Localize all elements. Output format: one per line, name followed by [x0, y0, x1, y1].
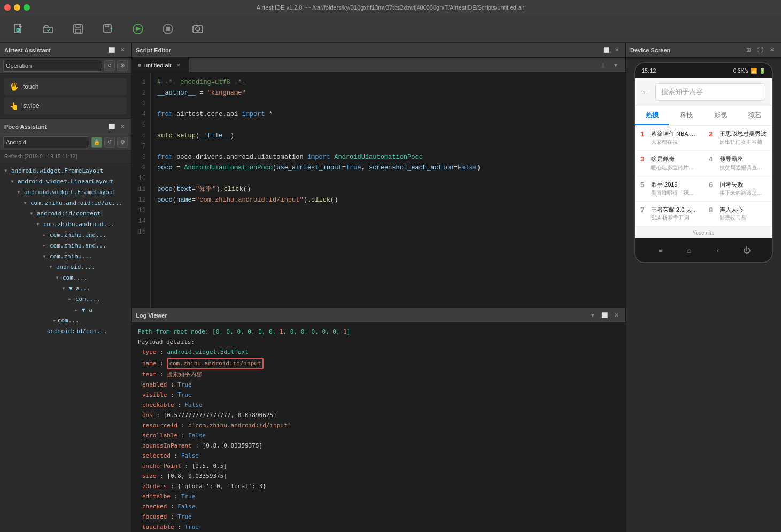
hot-item[interactable]: 2王思聪怒怼吴秀波因出轨门女主被捕 — [703, 126, 772, 151]
log-field-line: zOrders : {'global': 0, 'local': 3} — [138, 482, 619, 491]
tree-node[interactable]: ▼com.zhihu.android:id/ac... — [0, 197, 131, 208]
poco-close-icon[interactable]: ✕ — [118, 122, 127, 131]
tree-toggle-icon[interactable]: ▼ — [34, 220, 42, 228]
touch-action[interactable]: 🖐 touch — [4, 78, 127, 95]
hot-item[interactable]: 7王者荣耀 2.0 大改版S14 折赛季开启 — [635, 202, 703, 227]
tree-toggle-icon[interactable]: ▼ — [21, 199, 29, 206]
editor-close-icon[interactable]: ✕ — [613, 46, 621, 55]
tree-toggle-icon[interactable]: ▼ — [9, 178, 16, 185]
tree-node[interactable]: ►▼ a — [0, 304, 131, 315]
nav-home-btn[interactable]: ⌂ — [681, 242, 698, 259]
hot-tab-科技[interactable]: 科技 — [669, 106, 703, 125]
airtest-close-icon[interactable]: ✕ — [118, 46, 127, 55]
stop-button[interactable] — [158, 19, 177, 38]
line-number: 10 — [132, 173, 146, 184]
tree-toggle-icon[interactable]: ▼ — [28, 210, 35, 217]
tab-close-btn[interactable]: ✕ — [175, 61, 182, 69]
code-line — [157, 98, 619, 109]
hot-item[interactable]: 6国考失败接下来的路该怎么走 — [703, 176, 772, 202]
tree-node[interactable]: ▼android.... — [0, 261, 131, 272]
log-header-icons: ▼ ⬜ ✕ — [588, 311, 621, 320]
code-editor[interactable]: 123456789101112131415 # -*- encoding=utf… — [132, 73, 625, 307]
hot-item[interactable]: 4领导霸座扶贫局通报调查结果 — [703, 151, 772, 176]
hot-item-subtitle: 吴青峰唱得「我们」 — [651, 189, 698, 197]
tree-node[interactable]: ▼android.widget.LinearLayout — [0, 176, 131, 187]
new-doc-button[interactable] — [9, 19, 28, 38]
airtest-expand-icon[interactable]: ⬜ — [107, 46, 116, 55]
tree-node[interactable]: ►com... — [0, 315, 131, 326]
poco-lock-btn[interactable]: 🔒 — [91, 137, 102, 148]
editor-header-icons: ⬜ ✕ — [602, 46, 621, 55]
tree-toggle-icon[interactable]: ▼ — [2, 167, 10, 174]
tree-node[interactable]: ▼com.zhihu... — [0, 251, 131, 261]
hot-tab-影视[interactable]: 影视 — [703, 106, 738, 125]
open-button[interactable] — [38, 19, 58, 38]
save-button[interactable] — [68, 19, 88, 38]
tab-untitled-air[interactable]: untitled.air ✕ — [132, 58, 189, 72]
hot-tab-热搜[interactable]: 热搜 — [635, 106, 669, 125]
log-field-value: [0.8, 0.03359375] — [167, 473, 227, 480]
hot-tab-综艺[interactable]: 综艺 — [738, 106, 772, 125]
tree-node[interactable]: ►com.zhihu.and... — [0, 240, 131, 251]
operation-settings-btn[interactable]: ⚙ — [117, 60, 128, 71]
poco-refresh-btn[interactable]: ↺ — [104, 137, 115, 148]
nav-power-btn[interactable]: ⏻ — [738, 242, 755, 259]
poco-platform-select[interactable]: Android — [3, 136, 89, 148]
poco-expand-icon[interactable]: ⬜ — [107, 122, 116, 131]
tree-node[interactable]: ▼▼ a... — [0, 283, 131, 294]
tree-toggle-icon[interactable]: ► — [66, 295, 74, 303]
tree-toggle-icon[interactable]: ▼ — [60, 284, 67, 292]
nav-menu-btn[interactable]: ≡ — [652, 242, 669, 259]
tree-node-label: ▼ a... — [69, 285, 90, 292]
swipe-action[interactable]: 👆 swipe — [4, 97, 127, 114]
add-tab-btn[interactable]: ＋ — [598, 60, 608, 71]
tree-node[interactable]: ▼com.... — [0, 272, 131, 283]
poco-settings-btn[interactable]: ⚙ — [117, 137, 128, 148]
operation-select[interactable]: Operation — [3, 60, 102, 72]
log-close-btn[interactable]: ✕ — [612, 311, 621, 320]
log-content[interactable]: Path from root node: [0, 0, 0, 0, 0, 0, … — [132, 323, 625, 532]
device-grid-icon[interactable]: ⊞ — [744, 45, 753, 55]
log-expand-btn[interactable]: ⬜ — [600, 311, 609, 320]
tab-menu-btn[interactable]: ▾ — [610, 60, 621, 71]
close-button[interactable] — [4, 4, 11, 11]
maximize-button[interactable] — [24, 4, 30, 11]
tree-node[interactable]: ▼android.widget.FrameLayout — [0, 165, 131, 176]
script-editor-header: Script Editor ⬜ ✕ — [132, 43, 625, 58]
log-filter-btn[interactable]: ▼ — [588, 311, 598, 320]
device-expand-icon[interactable]: ⛶ — [755, 45, 765, 55]
editor-expand-icon[interactable]: ⬜ — [602, 46, 610, 55]
code-operator: = — [342, 163, 346, 173]
hot-item[interactable]: 3啥是佩奇暖心电影宣传片刷屏 — [635, 151, 703, 176]
snapshot-button[interactable] — [188, 19, 207, 38]
tree-toggle-icon[interactable]: ► — [41, 231, 48, 238]
tree-node[interactable]: ►com.zhihu.and... — [0, 229, 131, 240]
tree-node[interactable]: android:id/con... — [0, 326, 131, 336]
tree-toggle-icon[interactable]: ▼ — [15, 188, 22, 196]
save-as-button[interactable] — [98, 19, 118, 38]
tree-toggle-icon[interactable]: ► — [73, 306, 80, 313]
hot-item[interactable]: 5歌手 2019吴青峰唱得「我们」 — [635, 176, 703, 202]
tree-toggle-icon[interactable]: ▼ — [47, 263, 55, 271]
tree-node[interactable]: ▼android.widget.FrameLayout — [0, 187, 131, 197]
tree-view[interactable]: ▼android.widget.FrameLayout▼android.widg… — [0, 163, 131, 532]
refresh-bar: Refresh:[2019-01-19 15:11:12] — [0, 150, 131, 163]
hot-item[interactable]: 1蔡徐坤任 NBA 新春...大家都在搜 — [635, 126, 703, 151]
tree-node[interactable]: ►com.... — [0, 294, 131, 304]
tree-toggle-icon[interactable]: ► — [41, 242, 48, 249]
nav-back-btn[interactable]: ‹ — [709, 242, 726, 259]
tree-toggle-icon[interactable]: ▼ — [53, 274, 61, 281]
minimize-button[interactable] — [14, 4, 20, 11]
run-button[interactable] — [128, 19, 148, 38]
code-operator: = — [173, 163, 184, 173]
code-content[interactable]: # -*- encoding=utf8 -*-__author__ = "kin… — [151, 73, 625, 307]
tree-node[interactable]: ▼com.zhihu.android... — [0, 219, 131, 229]
back-button[interactable]: ← — [641, 87, 650, 97]
operation-refresh-btn[interactable]: ↺ — [104, 60, 115, 71]
log-field-value: False — [181, 452, 199, 459]
device-close-icon[interactable]: ✕ — [767, 45, 777, 55]
hot-item[interactable]: 8声入人心影票收官品 — [703, 202, 772, 227]
tree-toggle-icon[interactable]: ▼ — [41, 252, 48, 260]
tree-node[interactable]: ▼android:id/content — [0, 208, 131, 219]
tab-label: untitled.air — [144, 62, 172, 68]
